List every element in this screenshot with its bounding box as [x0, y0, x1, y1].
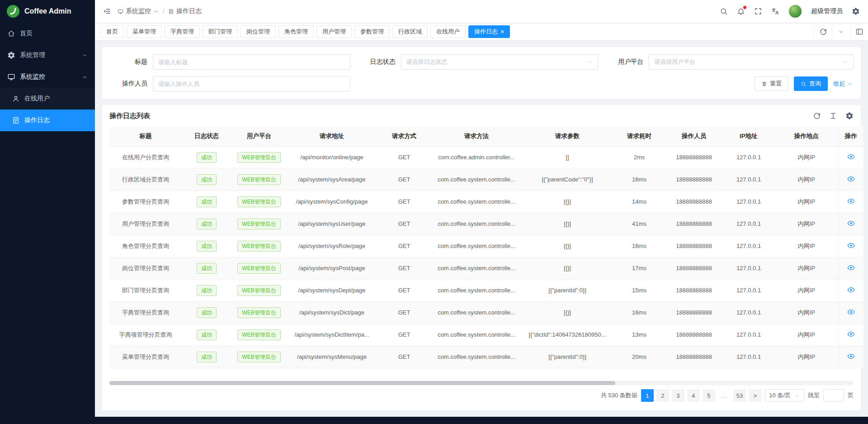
table-toolbar — [813, 112, 854, 120]
cell-status: 成功 — [182, 279, 231, 301]
page-button-4[interactable]: 4 — [687, 389, 700, 402]
tab-参数管理[interactable]: 参数管理 — [354, 25, 390, 38]
tab-操作日志[interactable]: 操作日志× — [468, 25, 510, 38]
status-badge: 成功 — [197, 174, 217, 185]
column-header-请求地址: 请求地址 — [287, 127, 377, 146]
view-detail-eye-icon[interactable] — [847, 264, 855, 272]
view-detail-eye-icon[interactable] — [847, 242, 855, 249]
tab-字典管理[interactable]: 字典管理 — [165, 25, 200, 38]
view-detail-eye-icon[interactable] — [847, 286, 855, 294]
translate-icon[interactable] — [771, 7, 779, 15]
view-detail-eye-icon[interactable] — [847, 197, 855, 205]
cell-operator: 18888888888 — [665, 324, 722, 346]
cell-duration: 17ms — [613, 257, 665, 279]
card-title: 操作日志列表 — [109, 112, 150, 120]
platform-filter-label: 用户平台 — [605, 58, 649, 66]
user-name[interactable]: 超级管理员 — [811, 7, 843, 15]
search-button[interactable]: 查询 — [794, 76, 828, 91]
view-detail-eye-icon[interactable] — [847, 219, 855, 227]
cell-status: 成功 — [182, 213, 231, 235]
cell-ip: 127.0.0.1 — [722, 191, 775, 213]
view-detail-eye-icon[interactable] — [847, 175, 855, 183]
tab-用户管理[interactable]: 用户管理 — [316, 25, 352, 38]
pagination: 共 530 条数据 12345...53> 10 条/页 跳至 页 — [109, 385, 854, 406]
pagination-total: 共 530 条数据 — [601, 391, 637, 400]
tab-角色管理[interactable]: 角色管理 — [278, 25, 314, 38]
tab-label: 用户管理 — [322, 28, 346, 36]
sidebar-item-system-management[interactable]: 系统管理 — [0, 44, 95, 66]
chevron-up-icon — [847, 81, 853, 87]
status-select[interactable]: 请选择日志状态 — [401, 54, 599, 70]
cell-status: 成功 — [182, 191, 231, 213]
column-settings-gear-icon[interactable] — [845, 112, 854, 120]
jump-page-input[interactable] — [823, 389, 844, 402]
column-header-日志状态: 日志状态 — [182, 127, 231, 146]
view-detail-eye-icon[interactable] — [847, 153, 855, 161]
column-header-IP地址: IP地址 — [722, 127, 775, 146]
page-size-value: 10 条/页 — [769, 391, 791, 400]
user-avatar[interactable] — [788, 5, 802, 18]
tab-菜单管理[interactable]: 菜单管理 — [127, 25, 162, 38]
user-icon — [12, 95, 20, 103]
cell-title: 角色管理分页查询 — [109, 235, 182, 257]
row-height-icon[interactable] — [829, 112, 837, 120]
tab-首页[interactable]: 首页 — [100, 25, 124, 38]
cell-url: /api/system/sysDictItem/pa... — [287, 324, 377, 346]
refresh-icon[interactable] — [813, 112, 821, 120]
trash-icon — [761, 81, 767, 87]
page-button-3[interactable]: 3 — [672, 389, 684, 402]
tab-在线用户[interactable]: 在线用户 — [430, 25, 466, 38]
page-button-5[interactable]: 5 — [703, 389, 715, 402]
cell-ip: 127.0.0.1 — [722, 301, 775, 324]
view-detail-eye-icon[interactable] — [847, 353, 855, 360]
cell-url: /api/monitor/online/page — [287, 146, 377, 168]
cell-handler: com.coffee.admin.controller... — [431, 146, 522, 168]
tab-岗位管理[interactable]: 岗位管理 — [241, 25, 276, 38]
breadcrumb-item-monitor[interactable]: 系统监控 — [118, 7, 159, 15]
layout-icon[interactable] — [850, 23, 868, 40]
tab-tools — [814, 23, 868, 40]
operator-input[interactable] — [158, 81, 345, 87]
reset-button[interactable]: 重置 — [755, 76, 788, 91]
topbar-actions: 超级管理员 — [720, 5, 860, 18]
settings-gear-icon[interactable] — [852, 7, 860, 15]
page-button-53[interactable]: 53 — [733, 389, 746, 402]
sidebar-item-home[interactable]: 首页 — [0, 23, 95, 44]
cell-operator: 18888888888 — [665, 235, 722, 257]
sidebar-item-operation-log[interactable]: 操作日志 — [0, 110, 95, 131]
cell-location: 内网IP — [775, 146, 838, 168]
refresh-icon[interactable] — [814, 23, 832, 40]
table-row: 字典管理分页查询成功WEB管理后台/api/system/sysDict/pag… — [109, 301, 863, 324]
page-button-2[interactable]: 2 — [656, 389, 669, 402]
fullscreen-icon[interactable] — [754, 7, 762, 15]
cell-location: 内网IP — [775, 279, 838, 301]
cell-status: 成功 — [182, 301, 231, 324]
tab-close-icon[interactable]: × — [500, 29, 504, 35]
cell-location: 内网IP — [775, 257, 838, 279]
tab-行政区域[interactable]: 行政区域 — [392, 25, 428, 38]
sidebar-item-online-users[interactable]: 在线用户 — [0, 88, 95, 110]
notification-bell-icon[interactable] — [737, 7, 745, 15]
menu-fold-icon[interactable] — [103, 7, 111, 15]
collapse-button[interactable]: 收起 — [833, 80, 853, 88]
page-button-1[interactable]: 1 — [641, 389, 654, 402]
platform-select[interactable]: 请选择用户平台 — [649, 54, 854, 70]
cell-method: GET — [377, 257, 431, 279]
view-detail-eye-icon[interactable] — [847, 330, 855, 338]
view-detail-eye-icon[interactable] — [847, 308, 855, 316]
chevron-down-icon[interactable] — [832, 23, 850, 40]
sidebar-item-system-monitor[interactable]: 系统监控 — [0, 66, 95, 88]
cell-method: GET — [377, 191, 431, 213]
cell-title: 字典管理分页查询 — [109, 301, 182, 324]
title-input[interactable] — [158, 59, 345, 66]
cell-title: 字典项管理分页查询 — [109, 324, 182, 346]
next-page-button[interactable]: > — [749, 389, 761, 402]
tab-部门管理[interactable]: 部门管理 — [203, 25, 238, 38]
table-row: 参数管理分页查询成功WEB管理后台/api/system/sysConfig/p… — [109, 191, 863, 213]
page-size-select[interactable]: 10 条/页 — [765, 389, 804, 402]
cell-duration: 15ms — [613, 279, 665, 301]
column-header-请求参数: 请求参数 — [522, 127, 613, 146]
breadcrumb-item-operation-log: 操作日志 — [168, 7, 202, 15]
horizontal-scrollbar-thumb[interactable] — [109, 381, 615, 385]
search-icon[interactable] — [720, 7, 728, 15]
